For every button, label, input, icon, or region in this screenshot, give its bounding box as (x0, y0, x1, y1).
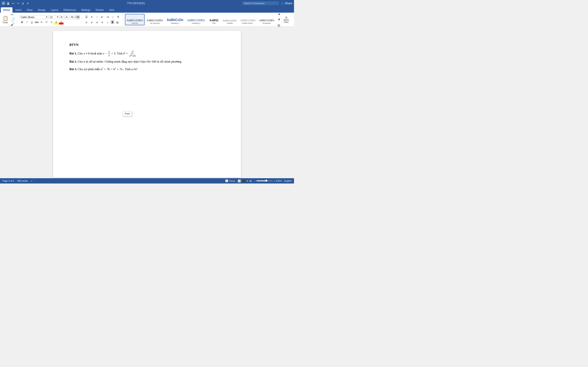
zoom-handle (265, 180, 267, 182)
undo-button[interactable]: ↩ (11, 1, 15, 5)
align-center-button[interactable]: ≡ (89, 20, 94, 25)
format-painter-button[interactable]: 🖌 (10, 22, 16, 27)
shading-button[interactable]: ▓ (111, 20, 114, 24)
word-count: 458 words (17, 180, 27, 182)
search-input[interactable] (242, 1, 279, 5)
zoom-out-button[interactable]: − (254, 179, 256, 183)
align-right-button[interactable]: ≡ (95, 20, 99, 25)
numbered-list-button[interactable]: ≡ (89, 15, 94, 19)
styles-group: AaBbCcDdEe Normal AaBbCcDdEe No Spacing … (125, 13, 292, 26)
decrease-indent-button[interactable]: ⇤ (100, 15, 105, 19)
title-right-area: 👤 Share (242, 1, 292, 5)
style-subtle-emph[interactable]: AaBbCcDdEe Subtle Emph... (239, 14, 257, 25)
bai1-frac2-den: x4+25 (129, 54, 136, 58)
subscript-button[interactable]: X₂ (39, 20, 44, 25)
style-normal[interactable]: AaBbCcDdEe Normal (125, 14, 145, 25)
line-spacing-button[interactable]: ↕ (105, 20, 110, 25)
styles-scroll-down[interactable]: ▼ (277, 17, 282, 22)
paste-button[interactable]: 📋 Paste (1, 15, 9, 25)
text-effects-button[interactable]: A (49, 20, 54, 25)
tab-home[interactable]: Home (1, 7, 12, 13)
font-size-selector[interactable]: 12 ▾ (49, 15, 59, 19)
strikethrough-button[interactable]: abc (35, 20, 39, 25)
bai1-minus: − (105, 52, 108, 55)
outline-button[interactable]: ≡ (247, 179, 248, 183)
style-normal-label: Normal (132, 22, 138, 24)
style-emphasis[interactable]: AaBbCcDdEe Emphasis (258, 14, 276, 25)
font-face-selector[interactable]: Calibri (Body) ▾ (20, 15, 48, 19)
zoom-slider[interactable] (256, 180, 273, 181)
bai1-expr: x (103, 52, 104, 55)
style-title[interactable]: AaBb( Title (207, 14, 221, 25)
style-h1-preview: AaBbCcDc (167, 18, 183, 22)
print-layout-button[interactable]: ⬜ (238, 179, 241, 183)
multilevel-list-button[interactable]: ⋮ (95, 15, 99, 19)
tab-review[interactable]: Review (93, 7, 106, 13)
styles-scroll-up[interactable]: ▲ (277, 11, 282, 17)
quick-access-toolbar: W 💾 ↩ ↪ 🖨 ▾ (2, 1, 30, 5)
print-button[interactable]: 🖨 (21, 1, 25, 5)
style-heading1[interactable]: AaBbCcDc Heading 1 (165, 14, 185, 25)
exercise-2: Bài 2. Cho n là số tự nhiên. Chứng minh … (69, 58, 225, 65)
borders-button[interactable]: ⊞ (115, 20, 120, 25)
bold-button[interactable]: B (20, 20, 24, 25)
tab-mailings[interactable]: Mailings (79, 7, 93, 13)
styles-pane-button[interactable]: ▤ Styles Pane (282, 13, 291, 26)
language-label[interactable]: English (284, 180, 292, 182)
align-left-button[interactable]: ≡ (84, 20, 89, 25)
size-dropdown-icon: ▾ (57, 16, 58, 18)
bai3-intro: Cho a,b phân biệt (78, 67, 100, 71)
highlight-color-button[interactable]: A (54, 20, 59, 25)
justify-button[interactable]: ≡ (100, 20, 105, 25)
page-info: Page 3 of 3 (2, 180, 14, 182)
status-bar: Page 3 of 3 458 words ✓ ⬜ Focus ⬜ ⬛ ≡ ⊞ … (0, 178, 294, 184)
copy-button[interactable]: 📄 (10, 17, 16, 22)
cut-button[interactable]: ✂ (10, 12, 16, 17)
sort-button[interactable]: ↕ (111, 15, 115, 19)
bai2-text: Cho n là số tự nhiên. Chứng minh rằng n(… (78, 60, 182, 63)
bai1-equals: = (126, 52, 129, 55)
tab-design[interactable]: Design (35, 7, 48, 13)
bai1-F: F (123, 52, 125, 55)
zoom-level: 223% (276, 180, 282, 182)
read-mode-button[interactable]: ⊞ (250, 179, 252, 183)
superscript-button[interactable]: X² (44, 20, 49, 25)
style-subtitle[interactable]: AaBbCcDdEe Subtitle (221, 14, 238, 25)
bai2-label: Bài 2. (69, 60, 77, 63)
change-case-button[interactable]: Aa (70, 15, 75, 19)
tab-view[interactable]: View (107, 7, 117, 13)
style-h2-preview: AaBbCcDdEe (187, 18, 205, 22)
zoom-area: − + 223% (254, 179, 282, 183)
styles-scroll-arrows: ▲ ▼ ⊞ (276, 11, 282, 28)
italic-button[interactable]: I (25, 20, 29, 25)
tab-draw[interactable]: Draw (24, 7, 35, 13)
style-nospacing[interactable]: AaBbCcDdEe No Spacing (145, 14, 164, 25)
bai1-fraction2: x2 x4+25 (129, 50, 136, 58)
web-layout-button[interactable]: ⬛ (242, 179, 245, 183)
view-buttons: ⬜ ⬛ ≡ ⊞ (238, 179, 252, 183)
customize-dropdown[interactable]: ▾ (26, 1, 30, 5)
tab-insert[interactable]: Insert (13, 7, 24, 13)
styles-expand[interactable]: ⊞ (277, 23, 282, 28)
increase-indent-button[interactable]: ⇥ (105, 15, 110, 19)
font-color-button[interactable]: A (59, 20, 63, 25)
bullet-list-button[interactable]: ☰ (84, 15, 89, 19)
underline-button[interactable]: U (30, 20, 34, 25)
show-formatting-button[interactable]: ¶ (116, 15, 121, 19)
decrease-font-button[interactable]: A↓ (65, 15, 69, 19)
redo-button[interactable]: ↪ (16, 1, 20, 5)
focus-button[interactable]: ⬜ Focus (225, 179, 235, 182)
zoom-in-button[interactable]: + (274, 179, 275, 183)
bai1-x: x (84, 52, 85, 55)
app-icon: W (2, 1, 5, 5)
profile-button[interactable]: 👤 Share (281, 2, 292, 5)
proofing-icon[interactable]: ✓ (31, 180, 33, 182)
style-heading2[interactable]: AaBbCcDdEe Heading 2 (186, 14, 207, 25)
increase-font-button[interactable]: A↑ (60, 15, 64, 19)
tab-references[interactable]: References (61, 7, 78, 13)
clear-format-button[interactable]: ⌫ (75, 15, 80, 19)
font-tooltip: Font (122, 111, 132, 116)
save-button[interactable]: 💾 (6, 1, 10, 5)
tab-layout[interactable]: Layout (48, 7, 61, 13)
document-page: BTVN Bài 1. Cho x ≠ 0 thoả mãn x − 5 x =… (53, 31, 241, 178)
